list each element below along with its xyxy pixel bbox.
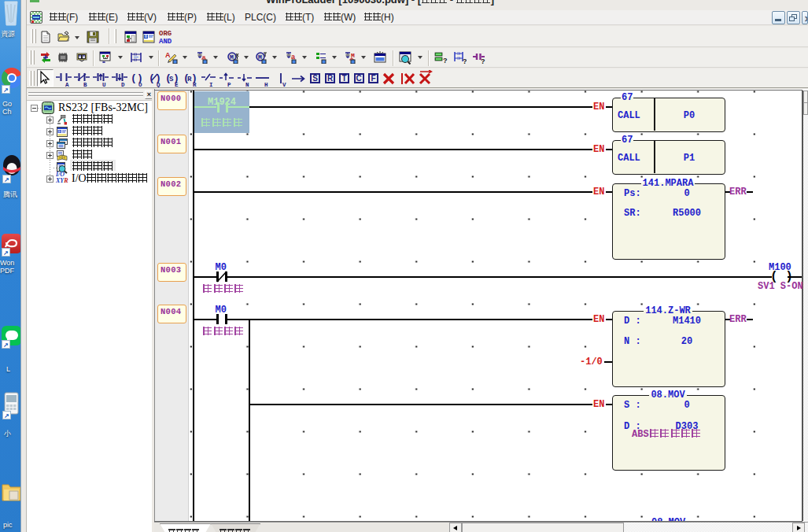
- svg-text:B: B: [83, 82, 87, 87]
- svg-text:R: R: [193, 82, 197, 87]
- svg-text:(: (: [131, 72, 137, 84]
- svg-text:I: I: [209, 82, 213, 87]
- svg-text:E: E: [175, 82, 179, 87]
- svg-text:A: A: [65, 82, 69, 87]
- svg-text:D: D: [121, 82, 125, 87]
- svg-text:P: P: [227, 82, 231, 87]
- svg-text:V: V: [282, 82, 286, 87]
- svg-text:H: H: [264, 82, 268, 87]
- svg-text:?: ?: [443, 57, 448, 65]
- svg-text:Q: Q: [157, 82, 160, 87]
- svg-text:N: N: [245, 82, 249, 87]
- svg-text:?: ?: [463, 57, 467, 65]
- svg-text:M: M: [258, 54, 262, 61]
- svg-text:U: U: [102, 82, 106, 87]
- svg-text:O: O: [138, 82, 142, 87]
- svg-text:M: M: [230, 54, 234, 61]
- svg-text:A: A: [165, 51, 171, 59]
- svg-text:?: ?: [481, 57, 485, 65]
